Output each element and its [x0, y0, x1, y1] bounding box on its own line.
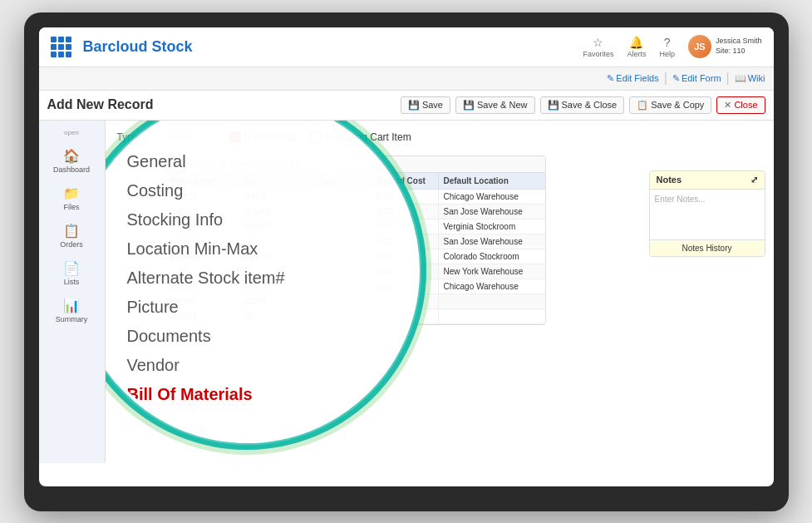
save-copy-icon: 📋	[637, 100, 648, 111]
main-area: open 🏠 Dashboard 📁 Files 📋 Orders 📄 List…	[39, 121, 774, 463]
notes-panel: Notes ⤢ Enter Notes... Notes History	[649, 170, 765, 257]
page-title: Add New Record	[47, 97, 154, 112]
star-icon: ☆	[593, 36, 603, 49]
menu-item-alternate-stock-item#[interactable]: Alternate Stock item#	[127, 264, 416, 293]
cell-location: Chicago Warehouse	[439, 190, 546, 204]
edit-fields-link[interactable]: ✎ Edit Fields	[607, 73, 658, 84]
notes-history-button[interactable]: Notes History	[650, 239, 765, 256]
action-bar: Add New Record 💾 Save 💾 Save & New 💾 Sav…	[39, 91, 774, 121]
circle-menu-list: GeneralCostingStocking InfoLocation Min-…	[127, 147, 416, 409]
bell-icon: 🔔	[629, 36, 643, 49]
cell-location	[439, 309, 546, 323]
save-icon: 💾	[408, 100, 420, 111]
notes-expand-icon[interactable]: ⤢	[750, 175, 758, 185]
menu-circle: GeneralCostingStocking InfoLocation Min-…	[106, 121, 421, 445]
app-title: Barcloud Stock	[83, 38, 193, 56]
menu-item-stocking-info[interactable]: Stocking Info	[127, 205, 416, 234]
cell-location: Chicago Warehouse	[439, 279, 546, 294]
menu-item-location-min-max[interactable]: Location Min-Max	[127, 234, 416, 264]
help-button[interactable]: ? Help	[659, 36, 675, 58]
notes-input[interactable]: Enter Notes...	[650, 190, 765, 239]
laptop-shell: Barcloud Stock ☆ Favorites 🔔 Alerts ? He…	[24, 12, 789, 511]
cell-location: New York Warehouse	[439, 264, 546, 279]
save-close-icon: 💾	[548, 100, 559, 111]
save-new-icon: 💾	[463, 100, 475, 111]
menu-item-picture[interactable]: Picture	[127, 293, 416, 322]
menu-item-vendor[interactable]: Vendor	[127, 351, 416, 380]
cell-location: San Jose Warehouse	[439, 234, 546, 249]
edit-fields-icon: ✎	[607, 73, 614, 84]
alerts-button[interactable]: 🔔 Alerts	[627, 36, 646, 58]
menu-item-bill-of-materials[interactable]: Bill Of Materials	[127, 380, 416, 409]
content-area: Type Select... is Assembly Shopping Cart…	[106, 121, 774, 463]
sidebar-item-orders[interactable]: 📋 Orders	[42, 220, 101, 252]
close-icon: ✕	[724, 100, 731, 111]
files-icon: 📁	[63, 185, 80, 201]
cell-location: Colorado Stockroom	[439, 249, 546, 264]
favorites-button[interactable]: ☆ Favorites	[583, 36, 613, 58]
home-icon: 🏠	[63, 148, 80, 164]
grid-icon	[51, 37, 71, 57]
cell-location: Verginia Stockroom	[439, 220, 546, 234]
sidebar: open 🏠 Dashboard 📁 Files 📋 Orders 📄 List…	[39, 121, 106, 463]
menu-item-general[interactable]: General	[127, 147, 416, 176]
edit-form-icon: ✎	[672, 73, 680, 84]
top-bar: Barcloud Stock ☆ Favorites 🔔 Alerts ? He…	[39, 27, 774, 67]
menu-item-costing[interactable]: Costing	[127, 176, 416, 205]
col-default-location: Default Location	[439, 173, 546, 189]
edit-form-link[interactable]: ✎ Edit Form	[672, 73, 721, 84]
laptop-screen: Barcloud Stock ☆ Favorites 🔔 Alerts ? He…	[39, 27, 774, 486]
user-section: JS Jessica Smith Site: 110	[688, 35, 762, 58]
orders-icon: 📋	[63, 223, 80, 239]
avatar: JS	[688, 35, 711, 58]
sidebar-item-lists[interactable]: 📄 Lists	[42, 257, 101, 289]
summary-icon: 📊	[63, 298, 80, 313]
close-button[interactable]: ✕ Close	[716, 96, 765, 114]
wiki-link[interactable]: 📖 Wiki	[735, 73, 765, 84]
save-new-button[interactable]: 💾 Save & New	[455, 96, 535, 114]
menu-item-documents[interactable]: Documents	[127, 322, 416, 351]
open-label: open	[64, 129, 79, 136]
cell-location	[439, 294, 546, 308]
lists-icon: 📄	[63, 260, 80, 276]
help-icon: ?	[664, 36, 671, 49]
wiki-icon: 📖	[735, 73, 746, 84]
sidebar-item-dashboard[interactable]: 🏠 Dashboard	[42, 145, 101, 177]
user-info: Jessica Smith Site: 110	[716, 37, 762, 56]
save-button[interactable]: 💾 Save	[401, 96, 450, 114]
save-close-button[interactable]: 💾 Save & Close	[540, 96, 625, 114]
sidebar-item-summary[interactable]: 📊 Summary	[42, 294, 101, 327]
cell-location: San Jose Warehouse	[439, 205, 546, 219]
app-logo: Barcloud Stock	[51, 37, 193, 57]
toolbar-row: ✎ Edit Fields | ✎ Edit Form | 📖 Wiki	[39, 67, 774, 91]
sidebar-item-files[interactable]: 📁 Files	[42, 182, 101, 215]
notes-header: Notes ⤢	[650, 171, 765, 190]
top-bar-right: ☆ Favorites 🔔 Alerts ? Help JS Jessica	[583, 35, 761, 58]
save-copy-button[interactable]: 📋 Save & Copy	[629, 96, 711, 114]
